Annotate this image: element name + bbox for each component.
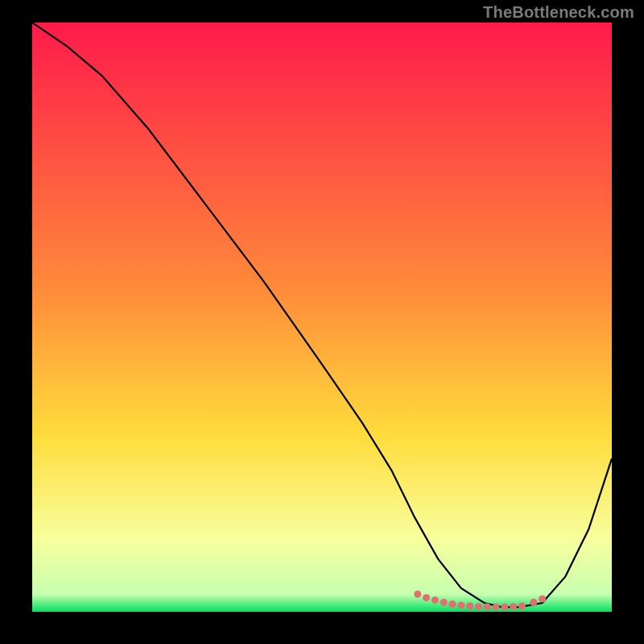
chart-svg — [32, 23, 612, 612]
dot-point — [518, 602, 526, 609]
chart-frame: TheBottleneck.com — [0, 0, 644, 644]
dot-point — [414, 591, 421, 598]
dot-point — [466, 602, 473, 609]
dot-point — [440, 599, 448, 606]
dot-point — [475, 603, 482, 610]
dot-point — [501, 604, 508, 611]
chart-background — [32, 23, 612, 612]
watermark-text: TheBottleneck.com — [483, 3, 634, 22]
dot-point — [431, 597, 439, 604]
dot-point — [493, 604, 500, 611]
dot-point — [530, 599, 537, 606]
dot-point — [449, 601, 456, 608]
dot-point — [457, 601, 464, 609]
dot-point — [423, 594, 430, 601]
dot-point — [539, 595, 546, 602]
dot-point — [510, 603, 517, 610]
chart-plot-area — [32, 23, 612, 612]
dot-point — [484, 603, 491, 610]
